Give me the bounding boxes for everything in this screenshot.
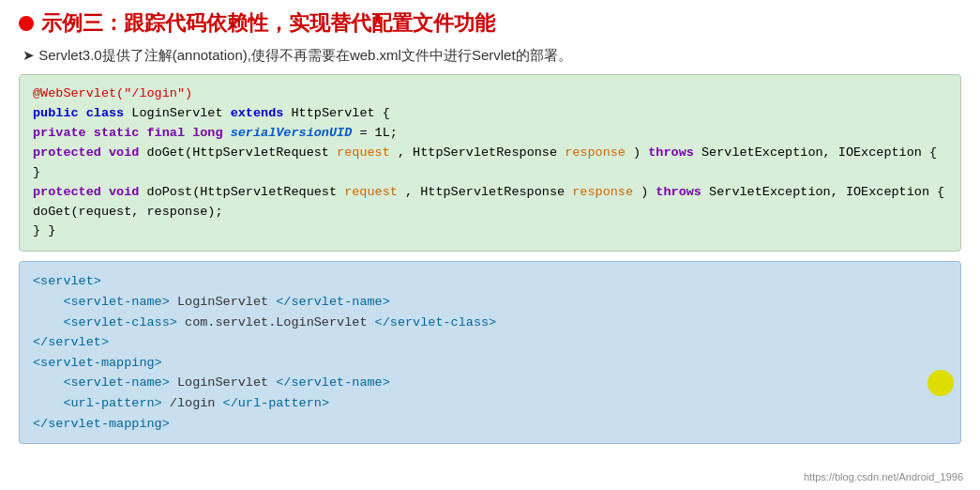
subtitle: ➤ Servlet3.0提供了注解(annotation),使得不再需要在web… [19,47,961,65]
xml-line-5: <servlet-mapping> [33,353,947,374]
code-line-5: protected void doPost(HttpServletRequest… [33,183,947,203]
main-container: 示例三：跟踪代码依赖性，实现替代配置文件功能 ➤ Servlet3.0提供了注解… [0,0,980,490]
xml-line-1: <servlet> [33,271,947,292]
blue-code-block: <servlet> <servlet-name> LoginServlet </… [19,261,961,444]
code-line-3: private static final long serialVersionU… [33,124,947,144]
watermark: https://blog.csdn.net/Android_1996 [804,471,963,482]
cursor-indicator [927,370,954,396]
code-line-2: public class LoginServlet extends HttpSe… [33,104,947,124]
xml-line-8: </servlet-mapping> [33,414,947,435]
xml-line-6: <servlet-name> LoginServlet </servlet-na… [33,373,947,393]
xml-line-3: <servlet-class> com.servlet.LoginServlet… [33,313,947,333]
code-line-4: protected void doGet(HttpServletRequest … [33,144,947,183]
red-dot [19,16,34,31]
annotation: @WebServlet("/login") [33,86,192,100]
xml-line-2: <servlet-name> LoginServlet </servlet-na… [33,292,947,313]
code-line-6: doGet(request, response); [33,203,947,222]
code-line-7: } } [33,222,947,241]
subtitle-text: ➤ Servlet3.0提供了注解(annotation),使得不再需要在web… [23,47,572,63]
green-code-block: @WebServlet("/login") public class Login… [19,74,961,252]
xml-line-7: <url-pattern> /login </url-pattern> [33,393,947,414]
xml-line-4: </servlet> [33,332,947,353]
section-title: 示例三：跟踪代码依赖性，实现替代配置文件功能 [19,9,961,38]
code-line-1: @WebServlet("/login") [33,84,947,104]
title-text: 示例三：跟踪代码依赖性，实现替代配置文件功能 [41,9,495,38]
